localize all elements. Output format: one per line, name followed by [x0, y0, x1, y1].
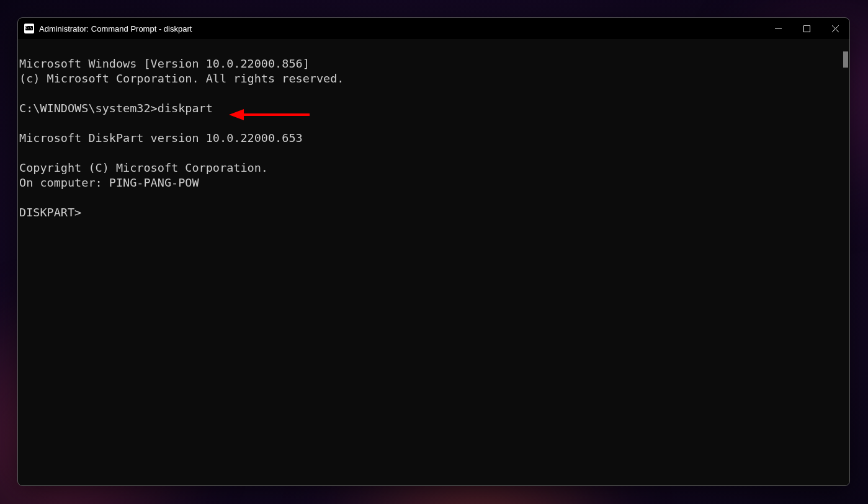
- maximize-icon: [803, 25, 810, 32]
- terminal-line: Microsoft Windows [Version 10.0.22000.85…: [19, 57, 310, 70]
- close-button[interactable]: [821, 18, 849, 39]
- terminal-line: Copyright (C) Microsoft Corporation.: [19, 161, 268, 174]
- titlebar[interactable]: Administrator: Command Prompt - diskpart: [18, 18, 849, 39]
- terminal-line: (c) Microsoft Corporation. All rights re…: [19, 72, 344, 85]
- terminal-line: Microsoft DiskPart version 10.0.22000.65…: [19, 131, 303, 144]
- window-title: Administrator: Command Prompt - diskpart: [39, 24, 192, 33]
- command-prompt-window: Administrator: Command Prompt - diskpart…: [17, 17, 850, 486]
- svg-rect-1: [803, 25, 810, 32]
- terminal-line: C:\WINDOWS\system32>diskpart: [19, 102, 213, 115]
- cmd-icon: [24, 24, 34, 33]
- terminal-line: On computer: PING-PANG-POW: [19, 176, 199, 189]
- terminal-prompt: DISKPART>: [19, 206, 81, 219]
- minimize-icon: [775, 25, 782, 32]
- minimize-button[interactable]: [764, 18, 792, 39]
- scrollbar-thumb[interactable]: [843, 51, 848, 68]
- window-controls: [764, 18, 849, 39]
- close-icon: [832, 25, 839, 32]
- maximize-button[interactable]: [792, 18, 821, 39]
- terminal-output[interactable]: Microsoft Windows [Version 10.0.22000.85…: [18, 39, 849, 485]
- titlebar-left: Administrator: Command Prompt - diskpart: [18, 24, 192, 33]
